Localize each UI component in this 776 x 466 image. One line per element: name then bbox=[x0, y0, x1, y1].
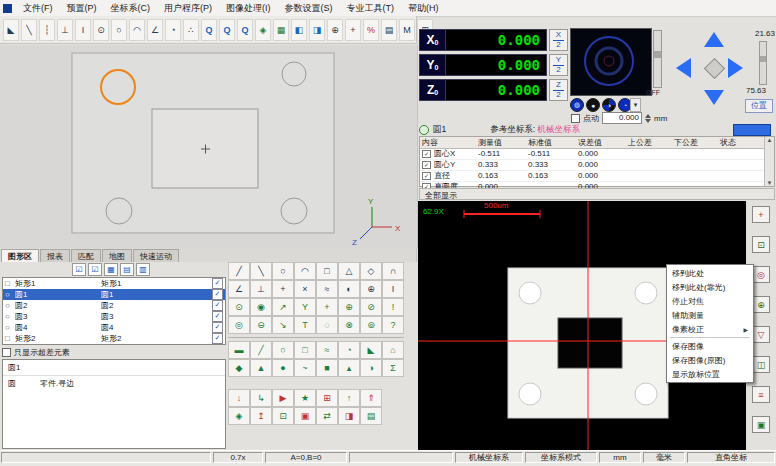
construct-tool-icon[interactable]: ! bbox=[382, 298, 404, 316]
element-row-selected[interactable]: ○ 圆1 圆1 bbox=[3, 289, 225, 300]
toolbar-icon[interactable]: Q bbox=[237, 19, 253, 41]
element-row[interactable]: ○ 圆3 圆3 bbox=[3, 311, 225, 322]
construct-tool-icon[interactable]: T bbox=[294, 316, 316, 334]
context-menu-item[interactable]: 移到此处 bbox=[667, 266, 753, 280]
toolbar-icon[interactable]: + bbox=[345, 19, 361, 41]
toolbar-icon[interactable]: ▦ bbox=[273, 19, 289, 41]
draw-tool-icon[interactable]: ╲ bbox=[250, 262, 272, 280]
toolbar-icon[interactable]: ◣ bbox=[3, 19, 19, 41]
draw-tool-icon[interactable]: ⊥ bbox=[250, 280, 272, 298]
element-row[interactable]: □ 矩形1 矩形1 bbox=[3, 278, 225, 289]
tab-report[interactable]: 报表 bbox=[40, 249, 70, 262]
construct-tool-icon[interactable]: ↗ bbox=[272, 298, 294, 316]
toolbar-icon[interactable]: ◨ bbox=[309, 19, 325, 41]
feature-list[interactable]: 圆1 圆 零件.寻边 bbox=[2, 359, 226, 449]
checkbox-icon[interactable] bbox=[2, 348, 11, 357]
show-all-bar[interactable]: 全部显示 bbox=[419, 188, 775, 200]
z-half-button[interactable]: Z2 bbox=[549, 79, 568, 101]
toolbar-icon[interactable]: ⊙ bbox=[93, 19, 109, 41]
run-tool-icon[interactable]: ↥ bbox=[250, 407, 272, 425]
jog-center-button[interactable] bbox=[704, 58, 725, 79]
camera-tool-icon[interactable]: ⊕ bbox=[752, 296, 770, 313]
menu-item[interactable]: 参数设置(S) bbox=[278, 2, 340, 15]
jog-right-button[interactable] bbox=[728, 58, 743, 78]
list-toolbar-icon[interactable]: ▥ bbox=[136, 263, 150, 276]
camera-tool-icon[interactable]: ◫ bbox=[752, 356, 770, 373]
list-toolbar-icon[interactable]: ☑ bbox=[88, 263, 102, 276]
menu-item[interactable]: 专业工具(T) bbox=[340, 2, 402, 15]
run-tool-icon[interactable]: ▤ bbox=[360, 407, 382, 425]
toolbar-icon[interactable]: ◠ bbox=[129, 19, 145, 41]
construct-tool-icon[interactable]: ⊘ bbox=[360, 298, 382, 316]
run-tool-icon[interactable]: ▣ bbox=[294, 407, 316, 425]
jog-step-stepper[interactable] bbox=[645, 114, 651, 123]
draw-tool-icon[interactable]: ≈ bbox=[316, 280, 338, 298]
run-tool-icon[interactable]: ↑ bbox=[338, 389, 360, 407]
list-toolbar-icon[interactable]: ▦ bbox=[104, 263, 118, 276]
run-tool-icon[interactable]: ★ bbox=[294, 389, 316, 407]
context-menu-item[interactable]: 移到此处(靠光) bbox=[667, 280, 753, 294]
context-menu-item[interactable]: 显示放标位置 bbox=[667, 367, 753, 381]
construct-tool-icon[interactable]: ◎ bbox=[228, 316, 250, 334]
stepper-up-icon[interactable] bbox=[645, 114, 651, 118]
construct-tool-icon[interactable]: ↘ bbox=[272, 316, 294, 334]
run-tool-icon[interactable]: ◈ bbox=[228, 407, 250, 425]
element-row[interactable]: ○ 圆2 圆2 bbox=[3, 300, 225, 311]
shape-tool-icon[interactable]: ▲ bbox=[250, 359, 272, 377]
context-menu-item[interactable]: 辅助测量 bbox=[667, 308, 753, 322]
context-menu-item[interactable]: 保存图像(原图) bbox=[667, 353, 753, 367]
camera-tool-icon[interactable]: ⊡ bbox=[752, 236, 770, 253]
menu-item[interactable]: 帮助(H) bbox=[401, 2, 446, 15]
construct-tool-icon[interactable]: ◌ bbox=[316, 316, 338, 334]
toolbar-icon[interactable]: Q bbox=[219, 19, 235, 41]
jog-step-input[interactable]: 0.000 bbox=[602, 112, 642, 124]
menu-item[interactable]: 坐标系(C) bbox=[104, 2, 158, 15]
run-tool-icon[interactable]: ⊞ bbox=[316, 389, 338, 407]
shape-tool-icon[interactable]: ⌂ bbox=[382, 341, 404, 359]
element-checkbox[interactable] bbox=[212, 289, 223, 300]
light-slider[interactable] bbox=[653, 30, 662, 88]
coordinate-system-button[interactable] bbox=[733, 124, 771, 136]
table-row[interactable]: 直径 0.163 0.163 0.000 bbox=[420, 171, 774, 182]
construct-tool-icon[interactable]: ⊙ bbox=[228, 298, 250, 316]
toolbar-icon[interactable]: ◈ bbox=[255, 19, 271, 41]
x-zero-button[interactable]: X0 bbox=[419, 29, 446, 51]
construct-tool-icon[interactable]: ? bbox=[382, 316, 404, 334]
element-row[interactable]: ○ 圆4 圆4 bbox=[3, 322, 225, 333]
toolbar-icon[interactable]: I bbox=[75, 19, 91, 41]
z-zero-button[interactable]: Z0 bbox=[419, 79, 446, 101]
shape-tool-icon[interactable]: ◑ bbox=[360, 359, 382, 377]
lamp-dropdown-arrow[interactable]: ▾ bbox=[630, 98, 641, 112]
jog-down-button[interactable] bbox=[704, 90, 724, 105]
shape-tool-icon[interactable]: Σ bbox=[382, 359, 404, 377]
construct-tool-icon[interactable]: ◉ bbox=[250, 298, 272, 316]
context-menu-item[interactable]: 保存图像 bbox=[667, 339, 753, 353]
draw-tool-icon[interactable]: ◐ bbox=[338, 280, 360, 298]
run-tool-icon[interactable]: ⇑ bbox=[360, 389, 382, 407]
row-checkbox-icon[interactable] bbox=[422, 171, 433, 180]
context-menu-item[interactable]: 像素校正 ▶ bbox=[667, 322, 753, 336]
construct-tool-icon[interactable]: Y bbox=[294, 298, 316, 316]
draw-tool-icon[interactable]: ╱ bbox=[228, 262, 250, 280]
tab-map[interactable]: 地图 bbox=[102, 249, 132, 262]
row-checkbox-icon[interactable] bbox=[422, 160, 433, 169]
table-row[interactable]: 圆心X -0.511 -0.511 0.000 bbox=[420, 149, 774, 160]
element-row[interactable]: □ 矩形2 矩形2 bbox=[3, 333, 225, 344]
draw-tool-icon[interactable]: △ bbox=[338, 262, 360, 280]
run-tool-icon[interactable]: ▶ bbox=[272, 389, 294, 407]
camera-tool-icon[interactable]: ≡ bbox=[752, 386, 770, 403]
element-checkbox[interactable] bbox=[212, 300, 223, 311]
tab-match[interactable]: 匹配 bbox=[71, 249, 101, 262]
element-checkbox[interactable] bbox=[212, 333, 223, 344]
x-half-button[interactable]: X2 bbox=[549, 29, 568, 51]
run-tool-icon[interactable]: ⊡ bbox=[272, 407, 294, 425]
menu-item[interactable]: 图像处理(I) bbox=[219, 2, 278, 15]
toolbar-icon[interactable]: M bbox=[399, 19, 415, 41]
camera-tool-icon[interactable]: ◎ bbox=[752, 266, 770, 283]
tab-graphics[interactable]: 图形区 bbox=[1, 249, 39, 262]
context-menu-item[interactable]: 停止对焦 bbox=[667, 294, 753, 308]
row-checkbox-icon[interactable] bbox=[422, 149, 433, 158]
shape-tool-icon[interactable]: □ bbox=[294, 341, 316, 359]
lens-view[interactable] bbox=[570, 28, 652, 96]
draw-tool-icon[interactable]: × bbox=[294, 280, 316, 298]
